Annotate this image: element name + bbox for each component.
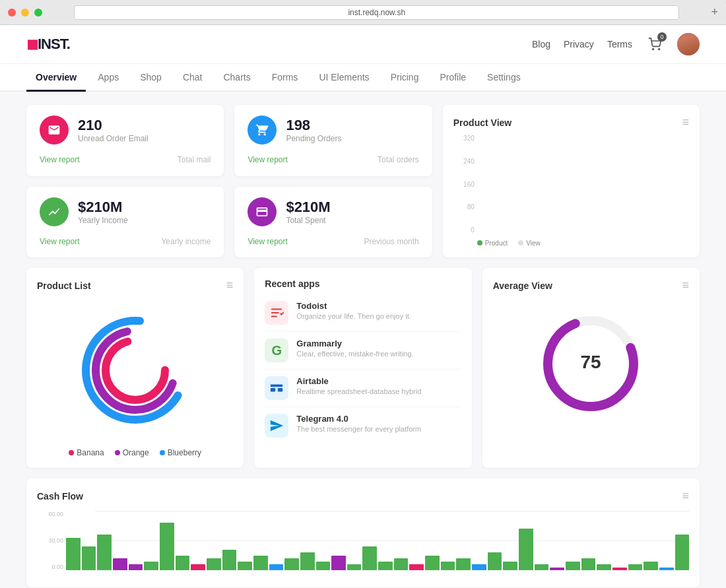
traffic-light-green[interactable] (34, 9, 42, 16)
cf-bar-item (675, 535, 690, 570)
cash-flow-title: Cash Flow (37, 491, 83, 502)
cf-bar-item (644, 562, 658, 571)
email-icon (40, 115, 69, 145)
cf-bar-item (144, 562, 158, 571)
nav-chat[interactable]: Chat (174, 64, 212, 90)
cf-bar-item (409, 564, 424, 570)
app-item-airtable: Airtable Realtime spreadsheet-database h… (265, 370, 461, 407)
product-list-card: Product List ≡ B (26, 268, 244, 468)
donut-legend: Banana Orange Blueberry (37, 448, 233, 457)
nav-pricing[interactable]: Pricing (381, 64, 428, 90)
cf-bar-item (488, 552, 502, 570)
product-view-menu[interactable]: ≡ (682, 115, 689, 129)
nav-overview[interactable]: Overview (26, 64, 86, 90)
spent-view-report[interactable]: View report (248, 237, 287, 246)
telegram-desc: The best messenger for every platform (296, 425, 421, 433)
cf-bar-item (425, 556, 440, 571)
cf-bar-item (503, 562, 517, 571)
grammarly-desc: Clear, effective, mistake-free writing. (296, 350, 413, 358)
new-tab-button[interactable]: + (711, 5, 718, 19)
average-view-title: Average View (493, 280, 552, 291)
average-view-menu[interactable]: ≡ (682, 278, 689, 292)
nav-ui-elements[interactable]: UI Elements (310, 64, 378, 90)
stat-card-email: 210 Unread Order Email View report Total… (26, 105, 224, 176)
cf-bar-item (176, 556, 190, 571)
orders-view-report[interactable]: View report (248, 155, 287, 164)
cash-flow-menu[interactable]: ≡ (682, 489, 689, 503)
cash-flow-card: Cash Flow ≡ 60.00 30.00 0.00 (26, 478, 700, 587)
nav-settings[interactable]: Settings (478, 64, 530, 90)
stat-card-orders: 198 Pending Orders View report Total ord… (234, 105, 432, 176)
address-bar[interactable]: inst.redq.now.sh (74, 5, 679, 20)
income-label: Yearly Income (78, 216, 128, 225)
email-count: 210 (78, 117, 148, 134)
cf-bar-item (581, 558, 596, 570)
telegram-name: Telegram 4.0 (296, 414, 421, 424)
email-view-report[interactable]: View report (40, 155, 79, 164)
airtable-icon (265, 376, 288, 400)
cf-bar-item (66, 538, 81, 571)
income-view-report[interactable]: View report (40, 237, 79, 246)
main-navigation: Overview Apps Shop Chat Charts Forms UI … (0, 64, 726, 92)
product-list-title: Product List (37, 280, 91, 291)
cash-flow-chart: 60.00 30.00 0.00 (37, 511, 689, 577)
nav-link-blog[interactable]: Blog (532, 39, 550, 49)
cf-bar-item (472, 564, 486, 570)
cf-bar-item (316, 562, 331, 571)
logo: ◼INST. (26, 36, 70, 53)
orders-count: 198 (286, 117, 341, 134)
nav-link-privacy[interactable]: Privacy (564, 39, 594, 49)
traffic-light-red[interactable] (8, 9, 16, 16)
traffic-light-yellow[interactable] (21, 9, 29, 16)
todoist-icon (265, 301, 288, 325)
svg-rect-9 (271, 388, 275, 392)
spent-label: Total Spent (286, 216, 330, 225)
cf-bar-item (160, 523, 174, 570)
bar-chart-y-labels: 320 240 160 80 0 (453, 135, 475, 234)
cf-bar-item (519, 529, 533, 570)
cf-bar-item (238, 562, 252, 571)
income-footer: Yearly income (161, 237, 211, 246)
avatar[interactable] (677, 33, 700, 55)
cf-bar-item (597, 564, 611, 570)
cf-bar-item (566, 562, 580, 571)
income-count: $210M (78, 199, 128, 216)
cf-bar-item (535, 564, 549, 570)
top-nav-links: Blog Privacy Terms 0 (532, 33, 700, 55)
cf-bar-item (113, 558, 127, 570)
avatar-image (677, 33, 700, 55)
income-icon (40, 197, 69, 226)
cf-bar-item (269, 564, 284, 570)
product-view-title: Product View (453, 117, 512, 128)
cf-y-labels: 60.00 30.00 0.00 (37, 511, 63, 570)
nav-charts[interactable]: Charts (214, 64, 259, 90)
svg-point-2 (86, 321, 185, 420)
product-view-chart: Product View ≡ 320 240 160 80 0 (443, 105, 700, 257)
svg-text:75: 75 (581, 352, 601, 372)
cf-bar-item (347, 564, 362, 570)
nav-profile[interactable]: Profile (430, 64, 475, 90)
product-list-menu[interactable]: ≡ (226, 278, 234, 292)
spent-count: $210M (286, 199, 330, 216)
nav-shop[interactable]: Shop (131, 64, 171, 90)
recent-apps-card: Recent apps Todoist Organize your life. … (254, 268, 471, 468)
orders-icon (248, 115, 277, 145)
nav-link-terms[interactable]: Terms (607, 39, 632, 49)
spent-footer: Previous month (364, 237, 418, 246)
url-text: inst.redq.now.sh (348, 8, 405, 17)
nav-forms[interactable]: Forms (263, 64, 308, 90)
cf-bars (66, 511, 689, 570)
cart-icon[interactable]: 0 (645, 35, 664, 53)
cf-bar-item (284, 558, 299, 570)
svg-rect-7 (271, 316, 277, 317)
cf-bar-item (97, 535, 112, 570)
average-view-card: Average View ≡ 75 (482, 268, 700, 468)
cf-bar-item (191, 564, 205, 570)
stats-col-left: 210 Unread Order Email View report Total… (26, 105, 224, 257)
svg-rect-8 (271, 385, 282, 387)
app-item-grammarly: G Grammarly Clear, effective, mistake-fr… (265, 332, 461, 370)
airtable-name: Airtable (296, 376, 421, 386)
nav-apps[interactable]: Apps (88, 64, 128, 90)
donut-chart (37, 298, 233, 443)
cf-bar-item (612, 568, 627, 571)
